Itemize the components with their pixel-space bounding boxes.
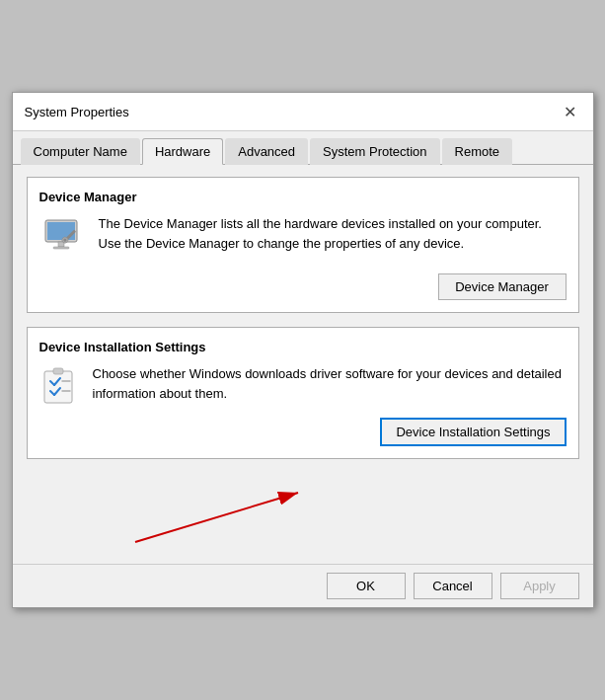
device-manager-section: Device Manager [27,177,579,313]
device-installation-section: Device Installation Settings [27,327,579,459]
close-button[interactable]: ✕ [560,101,581,122]
svg-rect-1 [47,222,75,240]
device-installation-icon [39,364,81,406]
device-installation-button-row: Device Installation Settings [39,418,567,446]
tab-system-protection[interactable]: System Protection [310,138,440,165]
device-manager-button[interactable]: Device Manager [438,273,567,300]
device-manager-description: The Device Manager lists all the hardwar… [99,214,567,253]
device-manager-button-row: Device Manager [39,273,567,300]
svg-rect-8 [53,368,63,374]
device-installation-settings-button[interactable]: Device Installation Settings [380,418,566,446]
device-installation-inner: Choose whether Windows downloads driver … [39,364,567,406]
bottom-bar: OK Cancel Apply [13,564,593,607]
svg-rect-7 [44,371,72,403]
title-bar: System Properties ✕ [13,93,593,131]
tab-content: Device Manager [13,165,593,564]
device-installation-title: Device Installation Settings [39,340,567,354]
annotation-arrow [27,473,579,552]
tab-remote[interactable]: Remote [442,138,513,165]
cancel-button[interactable]: Cancel [414,573,492,599]
ok-button[interactable]: OK [327,573,406,599]
tab-hardware[interactable]: Hardware [142,138,223,165]
svg-line-16 [135,493,298,542]
tab-computer-name[interactable]: Computer Name [21,138,140,165]
device-installation-description: Choose whether Windows downloads driver … [93,364,567,403]
device-manager-inner: The Device Manager lists all the hardwar… [39,214,567,262]
svg-rect-3 [53,247,69,249]
device-manager-title: Device Manager [39,190,567,204]
system-properties-window: System Properties ✕ Computer Name Hardwa… [12,92,594,608]
window-title: System Properties [25,105,129,119]
tab-advanced[interactable]: Advanced [225,138,308,165]
device-manager-icon [39,214,87,262]
tab-bar: Computer Name Hardware Advanced System P… [13,131,593,165]
arrow-annotation [27,473,579,552]
apply-button[interactable]: Apply [500,573,579,599]
